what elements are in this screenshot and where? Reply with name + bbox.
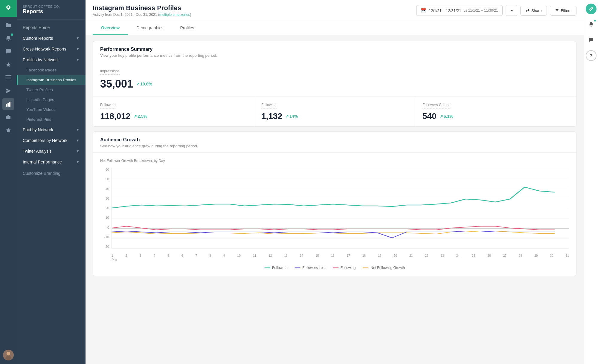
filters-button[interactable]: Filters [550, 6, 576, 16]
svg-point-13 [5, 356, 11, 360]
svg-rect-8 [7, 115, 9, 116]
share-icon [525, 8, 530, 13]
sidebar-item-facebook[interactable]: Facebook Pages [17, 65, 86, 75]
nav-profiles-by-network[interactable]: Profiles by Network ▼ [17, 54, 86, 65]
svg-rect-3 [5, 79, 11, 79]
nav-twitter-analysis[interactable]: Twitter Analysis ▼ [17, 146, 86, 157]
following-line [112, 226, 554, 230]
following-change: 14% [285, 114, 298, 119]
following-label: Following [261, 103, 277, 108]
svg-rect-7 [6, 116, 10, 119]
rail-icon-message[interactable] [2, 45, 14, 57]
legend-net-growth: Net Following Growth [363, 266, 405, 270]
followers-line [112, 187, 554, 208]
performance-summary-card: Performance Summary View your key profil… [93, 41, 576, 127]
nav-cross-network[interactable]: Cross-Network Reports ▼ [17, 44, 86, 54]
followers-change: 2.5% [133, 114, 147, 119]
rail-icon-bell[interactable] [2, 32, 14, 44]
nav-reports-home[interactable]: Reports Home [17, 22, 86, 33]
calendar-icon: 📅 [421, 8, 426, 13]
tab-demographics[interactable]: Demographics [128, 21, 172, 35]
rail-icon-star[interactable] [2, 124, 14, 136]
customize-branding-link[interactable]: Customize Branding [17, 167, 86, 179]
nav-paid-by-network[interactable]: Paid by Network ▼ [17, 124, 86, 135]
compose-button[interactable] [586, 4, 597, 14]
chevron-down-icon: ▼ [76, 58, 80, 62]
topbar-right: 📅 12/1/21 – 12/31/21 vs 11/1/21 – 11/30/… [416, 5, 576, 16]
audience-growth-desc: See how your audience grew during the re… [100, 144, 569, 148]
chart-area: 60 50 40 30 20 10 0 -10 -20 [100, 168, 569, 257]
followers-gained-change: 6.1% [440, 114, 453, 119]
following-metric: Following 1,132 14% [254, 97, 415, 126]
svg-rect-4 [6, 104, 7, 107]
legend-net-growth-label: Net Following Growth [370, 266, 405, 270]
sidebar-item-instagram[interactable]: Instagram Business Profiles [17, 75, 86, 85]
followers-gained-metric: Followers Gained 540 6.1% [415, 97, 576, 126]
sidebar-nav: Reports Home Custom Reports ▼ Cross-Netw… [17, 20, 86, 364]
chat-icon [588, 37, 594, 43]
tab-profiles[interactable]: Profiles [172, 21, 203, 35]
content-area: Performance Summary View your key profil… [86, 35, 584, 364]
sidebar-item-linkedin[interactable]: LinkedIn Pages [17, 95, 86, 105]
rail-icon-analytics[interactable] [2, 98, 14, 110]
chart-legend: Followers Followers Lost Following Net F… [100, 266, 569, 270]
rail-icon-bot[interactable] [2, 111, 14, 123]
svg-rect-1 [5, 75, 11, 76]
impressions-label: Impressions [100, 69, 120, 75]
impressions-row: Impressions 35,001 10.6% [93, 62, 576, 97]
date-range-button[interactable]: 📅 12/1/21 – 12/31/21 vs 11/1/21 – 11/30/… [416, 5, 503, 16]
followers-value: 118,012 2.5% [100, 111, 247, 121]
more-options-button[interactable]: ··· [506, 5, 517, 16]
date-range-text: 12/1/21 – 12/31/21 [429, 8, 461, 13]
legend-followers-label: Followers [272, 266, 287, 270]
filter-icon [555, 8, 559, 13]
app-logo [0, 0, 17, 17]
chart-svg [112, 168, 569, 248]
following-value: 1,132 14% [261, 111, 408, 121]
svg-point-10 [9, 117, 10, 118]
sidebar-item-twitter[interactable]: Twitter Profiles [17, 85, 86, 95]
nav-custom-reports[interactable]: Custom Reports ▼ [17, 33, 86, 44]
chart-title: Net Follower Growth Breakdown, by Day [100, 159, 569, 163]
chat-button[interactable] [586, 35, 597, 45]
svg-rect-2 [5, 77, 11, 77]
notification-badge [594, 19, 597, 22]
nav-internal-performance[interactable]: Internal Performance ▼ [17, 157, 86, 167]
user-avatar[interactable] [3, 350, 14, 360]
chevron-down-icon: ▼ [76, 138, 80, 143]
svg-point-12 [7, 352, 10, 355]
bell-icon [588, 22, 594, 27]
tab-overview[interactable]: Overview [93, 21, 128, 35]
compare-text: vs 11/1/21 – 11/30/21 [463, 8, 498, 13]
help-button[interactable]: ? [586, 50, 597, 61]
rail-icon-folder[interactable] [2, 19, 14, 31]
rail-icon-list[interactable] [2, 72, 14, 84]
chevron-down-icon: ▼ [76, 47, 80, 51]
performance-summary-title: Performance Summary [100, 47, 569, 52]
followers-metric: Followers 118,012 2.5% [93, 97, 254, 126]
impressions-change: 10.6% [136, 82, 152, 86]
nav-competitors-by-network[interactable]: Competitors by Network ▼ [17, 135, 86, 146]
legend-following-label: Following [341, 266, 356, 270]
secondary-metrics-row: Followers 118,012 2.5% Following 1,132 [93, 97, 576, 126]
main-content: Instagram Business Profiles Activity fro… [86, 0, 584, 364]
rail-icon-pin[interactable] [2, 59, 14, 71]
sidebar-header: Sprout Coffee Co. Reports [17, 0, 86, 20]
legend-following-color [333, 267, 339, 268]
rail-icon-send[interactable] [2, 85, 14, 97]
sidebar-item-youtube[interactable]: YouTube Videos [17, 105, 86, 114]
sidebar-item-pinterest[interactable]: Pinterest Pins [17, 114, 86, 124]
impressions-metric: Impressions 35,001 10.6% [93, 62, 576, 96]
performance-summary-desc: View your key profile performance metric… [100, 53, 569, 58]
timezone-link[interactable]: multiple time zones [159, 13, 190, 17]
legend-followers-lost-label: Followers Lost [302, 266, 325, 270]
svg-point-0 [7, 6, 9, 8]
chart-inner [112, 168, 569, 248]
company-name: Sprout Coffee Co. [23, 5, 80, 8]
followers-lost-line [112, 231, 554, 238]
notifications-button[interactable] [586, 19, 597, 30]
svg-rect-5 [7, 103, 9, 107]
share-button[interactable]: Share [520, 6, 547, 16]
rail-bottom [3, 350, 14, 364]
chart-container: Net Follower Growth Breakdown, by Day 60… [93, 153, 576, 276]
